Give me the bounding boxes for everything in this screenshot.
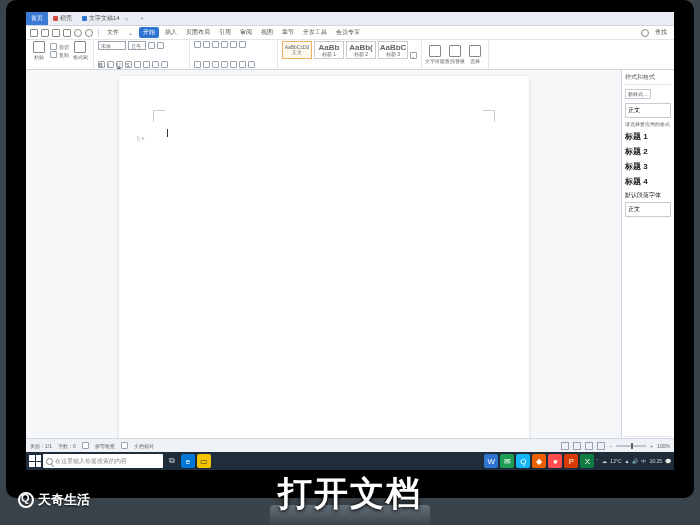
- shading-button[interactable]: [239, 61, 246, 68]
- view-page-icon[interactable]: [561, 442, 569, 450]
- font-color-button[interactable]: [152, 61, 159, 68]
- zoom-slider[interactable]: [616, 445, 646, 447]
- tab-docer[interactable]: 稻壳: [48, 12, 77, 25]
- preview-icon[interactable]: [63, 29, 71, 37]
- view-read-icon[interactable]: [597, 442, 605, 450]
- font-size-combo[interactable]: 五号: [128, 41, 146, 50]
- qq-icon[interactable]: Q: [516, 454, 530, 468]
- highlight-button[interactable]: [143, 61, 150, 68]
- menu-insert[interactable]: 插入: [162, 28, 180, 37]
- new-tab-button[interactable]: ＋: [139, 14, 145, 23]
- style-item-h1[interactable]: 标题 1: [625, 129, 671, 144]
- styles-more-icon[interactable]: ⌄: [410, 52, 417, 59]
- style-heading3[interactable]: AaBbC 标题 3: [378, 41, 408, 59]
- docfix-icon[interactable]: [121, 442, 128, 449]
- spellcheck-icon[interactable]: [82, 442, 89, 449]
- status-docfix[interactable]: 文档校对: [134, 443, 154, 449]
- find-replace-button[interactable]: 查找替换: [446, 45, 464, 64]
- taskbar-search[interactable]: 在这里输入你要搜索的内容: [43, 454, 163, 468]
- app-orange-icon[interactable]: ◆: [532, 454, 546, 468]
- format-painter-button[interactable]: 格式刷: [71, 41, 89, 60]
- align-right-button[interactable]: [212, 61, 219, 68]
- text-tools-button[interactable]: 文字排版: [426, 45, 444, 64]
- multilevel-button[interactable]: [212, 41, 219, 48]
- menu-start[interactable]: 开始: [139, 27, 159, 38]
- excel-icon[interactable]: X: [580, 454, 594, 468]
- tray-volume-icon[interactable]: 🔊: [632, 458, 638, 464]
- tab-close-icon[interactable]: ×: [125, 16, 129, 22]
- tray-ime-label[interactable]: 中: [641, 458, 646, 464]
- zoom-out-button[interactable]: −: [609, 443, 612, 449]
- tab-document[interactable]: 文字文稿14 ×: [77, 12, 133, 25]
- style-item-h2[interactable]: 标题 2: [625, 144, 671, 159]
- copy-icon[interactable]: [50, 51, 57, 58]
- status-spell[interactable]: 拼写检查: [95, 443, 115, 449]
- document-page[interactable]: § ▸ I: [119, 76, 529, 456]
- select-button[interactable]: 选择: [466, 45, 484, 64]
- zoom-value[interactable]: 100%: [657, 443, 670, 449]
- italic-button[interactable]: I: [107, 61, 114, 68]
- wechat-icon[interactable]: ✉: [500, 454, 514, 468]
- menu-qfind[interactable]: 查找: [652, 28, 670, 37]
- app-menu-icon[interactable]: [30, 29, 38, 37]
- menu-review[interactable]: 审阅: [237, 28, 255, 37]
- menu-special[interactable]: 会员专享: [333, 28, 363, 37]
- document-workspace[interactable]: § ▸ I: [26, 70, 621, 456]
- align-left-button[interactable]: [194, 61, 201, 68]
- style-heading1[interactable]: AaBb 标题 1: [314, 41, 344, 59]
- explorer-icon[interactable]: ▭: [197, 454, 211, 468]
- increase-indent-button[interactable]: [230, 41, 237, 48]
- view-web-icon[interactable]: [585, 442, 593, 450]
- bullets-button[interactable]: [194, 41, 201, 48]
- menu-file[interactable]: 文件: [104, 28, 122, 37]
- tray-chevron-up-icon[interactable]: ˄: [596, 458, 599, 464]
- redo-icon[interactable]: [85, 29, 93, 37]
- bold-button[interactable]: B: [98, 61, 105, 68]
- tray-notification-icon[interactable]: 💬: [665, 458, 671, 464]
- status-page[interactable]: 页面：1/1: [30, 443, 52, 449]
- font-name-combo[interactable]: 宋体: [98, 41, 126, 50]
- menu-file-arrow[interactable]: ⌄: [125, 29, 136, 36]
- sort-button[interactable]: [239, 41, 246, 48]
- underline-button[interactable]: U: [116, 61, 123, 68]
- tray-network-icon[interactable]: ▲: [625, 458, 630, 464]
- menu-ref[interactable]: 引用: [216, 28, 234, 37]
- wps-word-icon[interactable]: W: [484, 454, 498, 468]
- decrease-indent-button[interactable]: [221, 41, 228, 48]
- shrink-font-icon[interactable]: [157, 42, 164, 49]
- strike-button[interactable]: S: [125, 61, 132, 68]
- tray-time[interactable]: 16:25: [649, 458, 662, 464]
- print-icon[interactable]: [52, 29, 60, 37]
- paste-button[interactable]: 粘贴: [30, 41, 48, 60]
- menu-chapter[interactable]: 章节: [279, 28, 297, 37]
- undo-icon[interactable]: [74, 29, 82, 37]
- powerpoint-icon[interactable]: P: [564, 454, 578, 468]
- style-item-h4[interactable]: 标题 4: [625, 174, 671, 189]
- task-view-icon[interactable]: ⧉: [165, 454, 179, 468]
- grow-font-icon[interactable]: [148, 42, 155, 49]
- style-item-normal[interactable]: 正文: [625, 202, 671, 217]
- borders-button[interactable]: [248, 61, 255, 68]
- justify-button[interactable]: [221, 61, 228, 68]
- cut-icon[interactable]: [50, 43, 57, 50]
- tray-cloud-icon[interactable]: ☁: [602, 458, 607, 464]
- menu-dev[interactable]: 开发工具: [300, 28, 330, 37]
- new-style-button[interactable]: 新样式…: [625, 89, 651, 99]
- line-spacing-button[interactable]: [230, 61, 237, 68]
- superscript-button[interactable]: [134, 61, 141, 68]
- current-style-box[interactable]: 正文: [625, 103, 671, 118]
- app-red-icon[interactable]: ●: [548, 454, 562, 468]
- save-icon[interactable]: [41, 29, 49, 37]
- zoom-in-button[interactable]: +: [650, 443, 653, 449]
- style-item-default[interactable]: 默认段落字体: [625, 189, 671, 202]
- status-words[interactable]: 字数：0: [58, 443, 76, 449]
- align-center-button[interactable]: [203, 61, 210, 68]
- numbering-button[interactable]: [203, 41, 210, 48]
- edge-icon[interactable]: e: [181, 454, 195, 468]
- start-button[interactable]: [29, 455, 41, 467]
- style-item-h3[interactable]: 标题 3: [625, 159, 671, 174]
- clear-format-button[interactable]: [161, 61, 168, 68]
- style-heading2[interactable]: AaBb( 标题 2: [346, 41, 376, 59]
- menu-view[interactable]: 视图: [258, 28, 276, 37]
- weather-label[interactable]: 12°C: [610, 458, 621, 464]
